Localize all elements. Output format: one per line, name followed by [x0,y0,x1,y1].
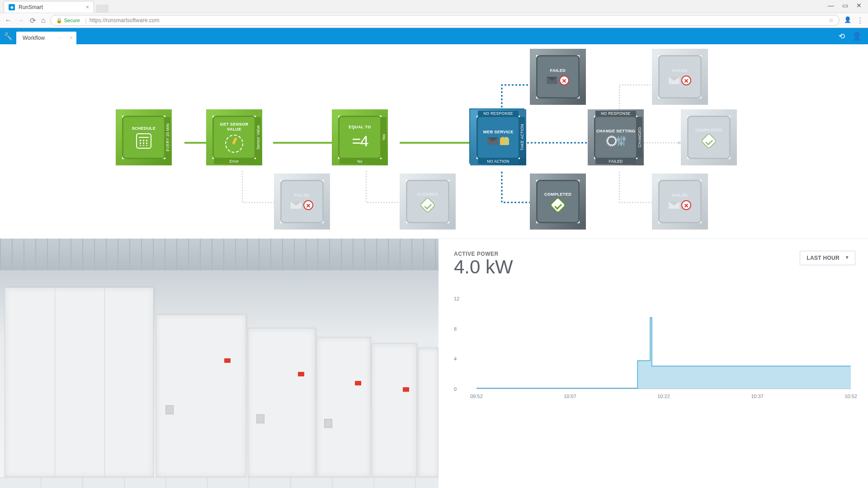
node-get-sensor-value[interactable]: GET SENSOR VALUE Sensor Value Error [212,116,256,159]
x-circle-icon [681,75,691,85]
node-title: SCHEDULE [132,126,156,131]
svg-marker-12 [678,141,682,145]
node-port-bottom: Error [214,159,255,164]
timerange-label: LAST HOUR [807,255,840,261]
node-cleared[interactable]: CLEARED [406,180,449,223]
people-icon [500,137,509,145]
envelope-icon [669,202,679,209]
app-logo-icon[interactable]: 🔧 [0,28,16,44]
node-title: GET SENSOR VALUE [214,122,255,132]
active-power-panel: ACTIVE POWER 4.0 kW LAST HOUR 0 4 8 12 0… [439,239,868,488]
secure-label: Secure [64,18,80,23]
x-circle-icon [681,200,691,210]
x-tick: 10:22 [657,394,670,399]
tab-options-icon[interactable]: ⋯ [57,36,62,41]
timerange-select[interactable]: LAST HOUR [800,251,855,265]
node-completed[interactable]: COMPLETED [536,180,580,223]
node-port-right: Sensor Value [255,117,261,158]
refresh-icon[interactable]: ⟲ [839,32,845,41]
lock-icon: 🔒 Secure [56,18,80,23]
browser-tab-active[interactable]: ◆ RunSmart × [4,1,94,13]
new-tab-button[interactable] [96,5,108,13]
x-tick: 10:07 [564,394,576,399]
node-title: CLEARED [417,192,438,197]
window-close-icon[interactable]: ✕ [856,2,862,9]
nav-back-icon[interactable]: ← [5,16,12,25]
envelope-icon [291,202,302,209]
node-port-bottom: No [340,159,380,164]
active-power-chart[interactable]: 0 4 8 12 09:52 10:07 10:22 10:37 10:52 [454,299,855,389]
node-port-right: TAKE ACTION [519,117,525,158]
node-schedule[interactable]: SCHEDULE EVERY 20 MIN [122,116,165,159]
nav-home-icon[interactable]: ⌂ [41,16,46,25]
app-tab-workflow[interactable]: Workflow ⋯ × [16,32,76,44]
app-tab-label: Workflow [23,35,45,41]
x-tick: 10:37 [751,394,764,399]
app-header: 🔧 Workflow ⋯ × ⟲ 👤 [0,28,868,44]
node-title: FAILED [294,193,310,198]
sensor-icon [225,135,243,153]
nav-forward-icon: → [17,16,24,25]
check-icon [420,197,436,214]
y-tick: 12 [454,296,459,301]
node-port-top: NO RESPONSE [595,111,636,116]
tab-close-icon[interactable]: × [86,4,89,10]
nav-reload-icon[interactable]: ⟳ [30,16,36,25]
url-text: https://runsmartsoftware.com [90,17,160,23]
browser-profile-icon[interactable]: 👤 [844,16,851,24]
envelope-icon [669,77,679,84]
node-title: WEB SERVICE [483,130,513,135]
tab-title: RunSmart [19,4,43,10]
address-bar[interactable]: 🔒 Secure | https://runsmartsoftware.com … [50,15,840,26]
svg-marker-5 [470,140,476,145]
x-tick: 10:52 [844,394,857,399]
node-change-setting[interactable]: NO RESPONSE CHANGE SETTING CHANGED FAILE… [594,116,637,159]
check-icon [550,197,566,214]
bookmark-star-icon[interactable]: ☆ [829,17,834,23]
node-port-bottom: NO ACTION [478,159,519,164]
datacenter-photo [0,239,439,488]
x-circle-icon [303,200,313,210]
app-tab-close-icon[interactable]: × [70,35,73,41]
node-web-service[interactable]: NO RESPONSE WEB SERVICE TAKE ACTION NO A… [476,116,520,159]
y-tick: 8 [454,326,457,332]
y-tick: 0 [454,386,457,392]
gear-icon [607,136,616,145]
y-tick: 4 [454,356,457,361]
window-minimize-icon[interactable]: — [828,2,834,9]
sliders-icon [618,136,624,146]
x-circle-icon [559,75,569,85]
user-icon[interactable]: 👤 [852,32,862,41]
area-fill [476,318,851,389]
node-port-right: CHANGED [637,117,642,158]
panel-value: 4.0 kW [454,256,513,278]
node-port-right: Yes [381,117,387,158]
browser-menu-icon[interactable]: ⋮ [857,16,863,24]
x-tick: 09:52 [470,394,483,399]
envelope-icon [547,77,557,84]
node-title: COMPLETED [695,128,722,133]
node-failed-top-a[interactable]: FAILED [536,55,580,99]
node-port-bottom: FAILED [595,159,636,164]
node-failed-top-b[interactable]: FAILED [658,55,702,99]
node-title: EQUAL TO [349,125,371,130]
svg-marker-9 [277,201,280,204]
svg-marker-7 [588,141,592,145]
node-title: FAILED [672,193,688,198]
node-failed-br[interactable]: FAILED [658,180,702,223]
check-icon [701,133,717,150]
workflow-canvas[interactable]: SCHEDULE EVERY 20 MIN GET SENSOR VALUE S… [0,44,868,239]
node-port-right: EVERY 20 MIN [165,117,170,158]
calendar-icon [136,133,151,149]
node-title: COMPLETED [544,192,571,197]
node-title: FAILED [672,68,688,73]
node-title: CHANGE SETTING [596,129,635,134]
envelope-icon [487,137,498,145]
node-title: FAILED [550,68,566,73]
window-maximize-icon[interactable]: ▭ [842,2,848,9]
node-equal-to[interactable]: EQUAL TO =4 Yes No [338,116,382,159]
browser-tabstrip: ◆ RunSmart × — ▭ ✕ [0,0,868,13]
equal-value: =4 [352,132,368,150]
node-failed-error[interactable]: FAILED [280,180,324,223]
node-completed-right[interactable]: COMPLETED [687,116,731,159]
